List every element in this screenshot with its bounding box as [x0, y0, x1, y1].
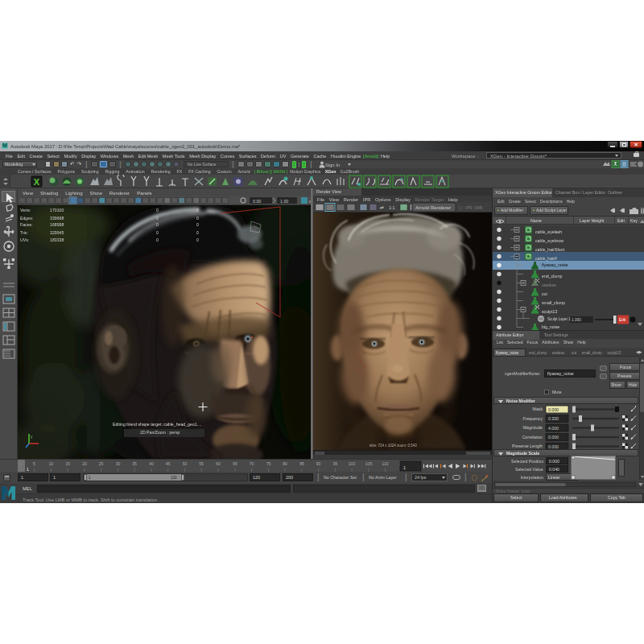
svg-text:X: X [34, 176, 40, 186]
svg-text:0.300: 0.300 [548, 416, 559, 421]
svg-text:0.00: 0.00 [253, 199, 261, 204]
svg-text:55: 55 [199, 461, 204, 466]
svg-text:100: 100 [349, 461, 356, 466]
svg-text:Mask: Mask [533, 407, 543, 411]
svg-text:50: 50 [183, 461, 188, 466]
svg-text:30: 30 [116, 461, 121, 466]
svg-text:20: 20 [82, 461, 87, 466]
svg-text:105: 105 [365, 461, 373, 466]
svg-text:90: 90 [316, 461, 321, 466]
svg-text:85: 85 [299, 461, 304, 466]
svg-text:110: 110 [382, 461, 389, 466]
svg-text:5: 5 [33, 461, 35, 466]
svg-text:10: 10 [49, 461, 54, 466]
svg-text:Preserve Length: Preserve Length [512, 444, 543, 448]
svg-text:15: 15 [65, 461, 70, 466]
svg-text:0.000: 0.000 [548, 444, 559, 449]
svg-text:Arnold Renderer: Arnold Renderer [415, 205, 451, 210]
svg-text:65: 65 [233, 461, 237, 466]
svg-text:Correlation: Correlation [522, 435, 543, 440]
svg-text:70: 70 [250, 461, 254, 466]
svg-text:95: 95 [333, 461, 338, 466]
svg-text:1.00: 1.00 [280, 199, 288, 204]
svg-text:60: 60 [216, 461, 221, 466]
svg-text:40: 40 [149, 461, 154, 466]
svg-text:35: 35 [132, 461, 137, 466]
svg-text:0.000: 0.000 [548, 435, 559, 440]
svg-text:1:1: 1:1 [389, 205, 395, 210]
svg-text:1: 1 [403, 465, 406, 470]
svg-text:45: 45 [166, 461, 171, 466]
svg-text:75: 75 [266, 461, 271, 466]
svg-text:IPR: 0MB: IPR: 0MB [465, 205, 483, 210]
svg-text:Magnitude: Magnitude [523, 425, 543, 430]
svg-text:0.000: 0.000 [548, 407, 559, 412]
svg-text:| |: | | [459, 205, 462, 210]
svg-text:25: 25 [99, 461, 104, 466]
svg-text:80: 80 [283, 461, 287, 466]
svg-text:Frequency: Frequency [522, 416, 543, 421]
svg-text:4.000: 4.000 [548, 426, 559, 431]
svg-text:⇄: ⇄ [380, 205, 384, 210]
svg-text:1: 1 [27, 467, 29, 472]
